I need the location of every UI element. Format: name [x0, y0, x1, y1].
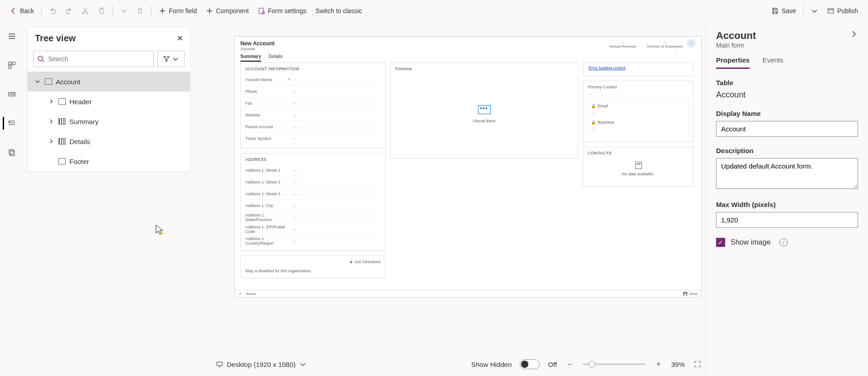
search-icon: [37, 55, 44, 63]
paste-button[interactable]: [93, 3, 110, 19]
timeline-status-text: Almost there: [473, 119, 496, 123]
fit-to-screen-button[interactable]: [693, 360, 702, 369]
input-max-width[interactable]: [716, 212, 858, 228]
tree-view-rail-button[interactable]: [3, 114, 21, 132]
cut-button[interactable]: [77, 3, 93, 19]
form-field-label: Form field: [169, 7, 197, 14]
tree-filter-button[interactable]: [157, 51, 185, 67]
form-field[interactable]: Parent Account---: [245, 121, 380, 133]
section-map[interactable]: ◈ Get Directions Map is disabled for thi…: [240, 255, 385, 278]
tab-summary[interactable]: Summary: [240, 54, 261, 62]
form-field[interactable]: Address 1: Street 1---: [245, 164, 380, 176]
form-field[interactable]: Phone---: [245, 86, 380, 97]
hamburger-button[interactable]: [3, 27, 21, 45]
redo-button[interactable]: [61, 3, 77, 19]
field-label: Account Name: [245, 77, 288, 82]
record-image[interactable]: [686, 39, 697, 48]
form-field[interactable]: Website---: [245, 109, 380, 121]
tree-node-summary[interactable]: Summary: [28, 111, 190, 131]
switch-to-classic-button[interactable]: Switch to classic: [311, 3, 367, 19]
field-value: ---: [293, 180, 297, 184]
tree-search-input[interactable]: [48, 55, 150, 63]
show-hidden-label: Show Hidden: [471, 361, 512, 368]
save-menu[interactable]: [806, 3, 823, 19]
svg-rect-9: [9, 66, 11, 68]
plus-icon: [206, 7, 213, 14]
form-footer[interactable]: ⤢ Active 💾 Save: [235, 290, 701, 297]
device-selector[interactable]: Desktop (1920 x 1080): [216, 361, 307, 368]
close-tree-view-button[interactable]: ✕: [177, 34, 183, 43]
tree-node-details[interactable]: Details: [28, 131, 190, 151]
tab-icon: [59, 138, 66, 145]
section-address[interactable]: ADDRESS Address 1: Street 1---Address 1:…: [240, 153, 385, 251]
tree-node-header[interactable]: Header: [28, 92, 190, 111]
zoom-slider[interactable]: [582, 363, 646, 365]
form-preview[interactable]: New Account Account ---Annual Revenue --…: [234, 36, 702, 298]
section-timeline[interactable]: Timeline Almost there: [390, 63, 578, 159]
error-loading-link[interactable]: Error loading control: [589, 66, 625, 70]
collapse-properties-button[interactable]: [850, 30, 858, 40]
save-button[interactable]: Save: [767, 3, 800, 19]
field-value: ---: [293, 77, 297, 82]
tab-properties[interactable]: Properties: [716, 56, 750, 69]
lock-icon: 🔒: [591, 104, 596, 108]
section-contacts[interactable]: CONTACTS No data available.: [583, 147, 694, 187]
document-icon: [635, 162, 642, 169]
form-field[interactable]: Address 1: Street 3---: [245, 188, 380, 200]
components-rail-button[interactable]: [3, 56, 21, 74]
tree-search[interactable]: [33, 51, 154, 67]
metric-employees[interactable]: ---Number of Employees: [647, 40, 683, 48]
header-metrics[interactable]: ---Annual Revenue ---Number of Employees: [610, 40, 683, 48]
add-component-button[interactable]: Component: [201, 3, 253, 19]
section-title: Timeline: [395, 67, 573, 71]
form-field[interactable]: Address 1: Street 2---: [245, 176, 380, 188]
switch-classic-label: Switch to classic: [316, 7, 362, 14]
checkbox-show-image[interactable]: ✓ Show image i: [716, 238, 858, 247]
footer-save-label: Save: [689, 292, 697, 296]
zoom-in-button[interactable]: +: [654, 360, 663, 369]
delete-button[interactable]: [132, 3, 148, 19]
publish-button[interactable]: Publish: [823, 3, 863, 19]
tree-view-title: Tree view: [35, 33, 76, 43]
show-hidden-toggle[interactable]: [520, 359, 540, 369]
undo-button[interactable]: [44, 3, 61, 19]
form-settings-button[interactable]: Form settings: [254, 3, 311, 19]
form-libraries-rail-button[interactable]: [3, 143, 21, 161]
form-field[interactable]: Ticker Symbol---: [245, 133, 380, 145]
paste-menu[interactable]: [116, 3, 132, 19]
timeline-icon: [478, 105, 491, 114]
tab-events[interactable]: Events: [762, 56, 783, 69]
form-field[interactable]: Address 1: City---: [245, 200, 380, 212]
form-field[interactable]: Address 1: Country/Region---: [245, 235, 380, 247]
back-button[interactable]: Back: [5, 3, 39, 19]
get-directions-link[interactable]: ◈ Get Directions: [244, 258, 381, 266]
form-field[interactable]: Address 1: ZIP/Postal Code---: [245, 223, 380, 235]
section-primary-contact[interactable]: Primary Contact --- 🔒Email --- 🔒Business…: [583, 81, 694, 142]
input-description[interactable]: [716, 158, 858, 189]
input-display-name[interactable]: [716, 121, 858, 137]
form-field[interactable]: Fax---: [245, 97, 380, 109]
info-icon[interactable]: i: [780, 238, 788, 246]
tree-node-account[interactable]: Account: [28, 72, 190, 92]
svg-point-14: [38, 56, 43, 61]
metric-annual-revenue[interactable]: ---Annual Revenue: [610, 40, 636, 48]
field-value: ---: [293, 239, 297, 243]
chevron-down-icon: [299, 361, 307, 368]
fields-rail-button[interactable]: Abc: [3, 85, 21, 103]
tree-node-footer[interactable]: Footer: [28, 151, 190, 171]
form-field[interactable]: Account Name*---: [245, 74, 380, 86]
field-label: Website: [245, 113, 288, 117]
back-label: Back: [20, 7, 34, 14]
show-image-label: Show image: [731, 238, 770, 246]
tab-details[interactable]: Details: [268, 54, 283, 61]
separator: [151, 5, 151, 16]
footer-save-icon[interactable]: 💾: [683, 292, 688, 296]
field-label: Address 1: Street 1: [245, 168, 288, 173]
field-value: ---: [293, 203, 297, 208]
section-account-information[interactable]: ACCOUNT INFORMATION Account Name*---Phon…: [240, 63, 385, 149]
form-field[interactable]: Address 1: State/Province---: [245, 212, 380, 223]
expand-icon[interactable]: ⤢: [239, 292, 242, 296]
zoom-out-button[interactable]: −: [565, 360, 574, 369]
section-assistant[interactable]: Error loading control: [583, 63, 694, 76]
add-form-field-button[interactable]: Form field: [154, 3, 201, 19]
